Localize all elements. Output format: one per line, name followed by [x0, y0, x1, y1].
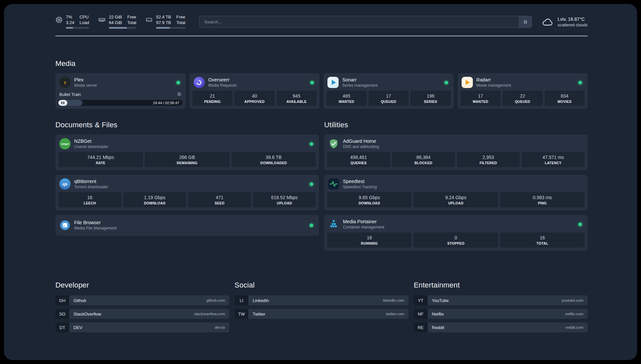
service-card-filebrowser: File Browser Media File Management: [55, 215, 319, 236]
status-dot: [310, 224, 313, 227]
bookmark-name: YouTube: [432, 298, 449, 303]
bookmark-youtube[interactable]: YT YouTube youtube.com: [414, 295, 588, 305]
section-title-documents: Documents & Files: [55, 121, 319, 129]
pause-button[interactable]: [58, 100, 67, 106]
bookmark-group-developer: Developer GH Github github.com SO StackO…: [55, 281, 229, 336]
stat-block: 498,461QUERIES: [327, 152, 390, 167]
service-title: qBittorrent: [74, 179, 306, 184]
section-title-media: Media: [55, 59, 588, 68]
gear-icon[interactable]: ⚙: [177, 91, 181, 97]
bookmark-domain: reddit.com: [565, 325, 583, 329]
status-dot: [310, 81, 314, 84]
bookmark-name: DEV: [74, 325, 82, 330]
stat-block: 16TOTAL: [500, 232, 585, 248]
bookmark-abbr: GH: [55, 295, 69, 305]
weather-location: Lviv, 16.87°C: [558, 16, 588, 22]
dashboard-panel: 7% CPU 3.24 Load 22 GiB Free 64 GiB T: [4, 4, 637, 360]
memory-free-value: 22 GiB: [109, 15, 122, 19]
service-title: File Browser: [74, 220, 306, 225]
bookmark-abbr: LI: [234, 295, 248, 305]
topbar: 7% CPU 3.24 Load 22 GiB Free 64 GiB T: [55, 14, 588, 30]
stat-block: 86,384BLOCKED: [392, 152, 455, 167]
stat-block: 9.65 GbpsDOWNLOAD: [327, 192, 412, 207]
service-card-sonarr: Sonarr Series management 485WANTED 17QUE…: [323, 73, 454, 109]
stat-block: 16RUNNING: [327, 232, 412, 248]
stat-block: 945AVAILABLE: [277, 91, 317, 106]
bookmark-abbr: NF: [414, 309, 428, 319]
service-link-nzbget[interactable]: nzbget NZBGet Usenet downloader: [58, 137, 316, 152]
section-title-social: Social: [234, 281, 408, 289]
bookmark-stackoverflow[interactable]: SO StackOverflow stackoverflow.com: [55, 309, 229, 319]
bookmark-abbr: TW: [234, 309, 248, 319]
player-progress-bar: 24:44 / 02:06:47: [58, 100, 183, 106]
bookmark-twitter[interactable]: TW Twitter twitter.com: [234, 309, 408, 319]
qbittorrent-icon: qb: [59, 178, 71, 190]
service-subtitle: Movie management: [476, 83, 575, 88]
bookmark-reddit[interactable]: RE Reddit reddit.com: [414, 322, 588, 332]
service-title: Overseerr: [208, 77, 307, 82]
service-link-radarr[interactable]: Radarr Movie management: [461, 76, 585, 91]
search-provider-button[interactable]: G: [519, 16, 532, 27]
speedtest-icon: [328, 178, 339, 190]
service-subtitle: Media Requests: [208, 83, 307, 88]
bookmark-domain: netflix.com: [565, 312, 583, 316]
service-link-qbittorrent[interactable]: qb qBittorrent Torrent downloader: [58, 177, 316, 192]
service-subtitle: Media server: [74, 83, 173, 88]
stat-block: 0STOPPED: [413, 232, 498, 248]
cpu-load-value: 3.24: [66, 20, 74, 25]
disk-total-value: 97.9 TB: [156, 20, 171, 25]
service-title: Sonarr: [342, 77, 441, 82]
service-link-filebrowser[interactable]: File Browser Media File Management: [58, 218, 316, 233]
bookmark-netflix[interactable]: NF Netflix netflix.com: [414, 309, 588, 319]
service-subtitle: Series management: [342, 83, 441, 88]
stat-block: 471SEED: [188, 192, 251, 207]
stat-block: 40APPROVED: [234, 91, 275, 106]
stat-block: 0.993 msPING: [500, 192, 585, 207]
service-card-overseerr: Overseerr Media Requests 21PENDING 40APP…: [190, 73, 320, 109]
service-title: AdGuard Home: [343, 138, 584, 144]
bookmark-domain: youtube.com: [562, 298, 583, 302]
memory-icon: [98, 16, 106, 23]
service-subtitle: Usenet downloader: [74, 144, 306, 149]
filebrowser-icon: [59, 220, 71, 231]
service-card-adguard: AdGuard Home DNS and adblocking 498,461Q…: [324, 135, 588, 170]
stat-block: 196SERIES: [411, 91, 451, 106]
bookmark-linkedin[interactable]: LI LinkedIn linkedin.com: [234, 295, 408, 305]
bookmarks: Developer GH Github github.com SO StackO…: [55, 281, 588, 336]
bookmark-name: Github: [74, 298, 86, 303]
service-subtitle: Media File Management: [74, 226, 306, 230]
status-dot: [176, 81, 180, 84]
stat-block: 834MOVIES: [545, 91, 585, 106]
section-title-entertainment: Entertainment: [414, 281, 588, 289]
bookmark-domain: stackoverflow.com: [194, 312, 225, 316]
service-link-speedtest[interactable]: Speedtest Speedtest Tracking: [327, 177, 585, 192]
section-title-developer: Developer: [55, 281, 229, 289]
service-subtitle: DNS and adblocking: [343, 144, 584, 149]
service-card-speedtest: Speedtest Speedtest Tracking 9.65 GbpsDO…: [324, 175, 588, 210]
disk-icon: [145, 16, 153, 23]
service-link-overseerr[interactable]: Overseerr Media Requests: [193, 76, 317, 91]
search-input[interactable]: [199, 16, 519, 27]
bookmark-name: LinkedIn: [253, 298, 269, 303]
service-link-portainer[interactable]: Media Portainer Container management: [327, 218, 585, 232]
stat-block: 485WANTED: [326, 91, 367, 106]
section-title-utilities: Utilities: [324, 121, 588, 129]
service-link-adguard[interactable]: AdGuard Home DNS and adblocking: [327, 137, 585, 152]
service-card-qbittorrent: qb qBittorrent Torrent downloader 16LEEC…: [55, 175, 319, 210]
service-title: Radarr: [476, 77, 575, 82]
stat-block: 2,953FILTERED: [457, 152, 520, 167]
memory-free-label: Free: [127, 15, 136, 19]
service-link-plex[interactable]: › Plex Media server: [58, 76, 183, 91]
bookmark-dev[interactable]: DT DEV dev.to: [55, 322, 229, 332]
cpu-load-label: Load: [79, 20, 89, 25]
memory-progress-bar: [109, 27, 136, 29]
service-card-portainer: Media Portainer Container management 16R…: [324, 215, 588, 251]
bookmark-github[interactable]: GH Github github.com: [55, 295, 229, 305]
stat-block: 47.571 msLATENCY: [522, 152, 585, 167]
disk-progress-bar: [156, 27, 185, 29]
service-title: Media Portainer: [343, 219, 575, 224]
bookmark-domain: github.com: [206, 298, 225, 302]
player-time: 24:44 / 02:06:47: [153, 101, 179, 105]
weather-widget[interactable]: Lviv, 16.87°C scattered clouds: [542, 16, 588, 27]
service-link-sonarr[interactable]: Sonarr Series management: [326, 76, 451, 91]
